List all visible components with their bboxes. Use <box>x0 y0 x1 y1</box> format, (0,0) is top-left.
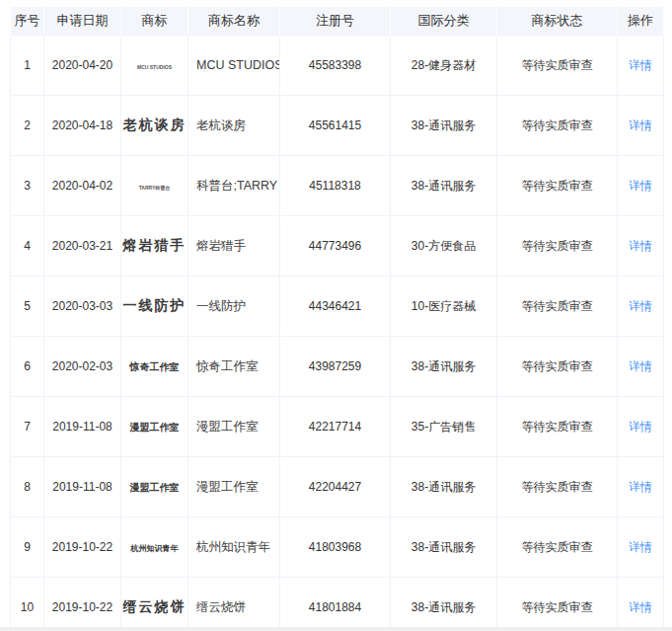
cell-date: 2020-02-03 <box>44 337 121 397</box>
cell-action: 详情 <box>618 337 664 397</box>
trademark-image-text: 漫盟工作室 <box>130 421 180 434</box>
cell-serial: 8 <box>11 457 44 517</box>
cell-class: 38-通讯服务 <box>391 578 497 631</box>
cell-action: 详情 <box>618 517 664 578</box>
table-row: 7 2019-11-08 漫盟工作室 漫盟工作室 42217714 35-广告销… <box>11 397 664 457</box>
detail-link[interactable]: 详情 <box>629 239 652 253</box>
cell-date: 2019-10-22 <box>44 578 121 631</box>
trademark-image-text: 一线防护 <box>123 297 187 315</box>
detail-link[interactable]: 详情 <box>629 299 652 313</box>
cell-date: 2020-03-03 <box>44 276 121 337</box>
cell-action: 详情 <box>618 397 664 457</box>
cell-date: 2020-04-02 <box>44 156 121 216</box>
detail-link[interactable]: 详情 <box>629 480 652 494</box>
cell-mark: MCU STUDIOS <box>121 36 188 96</box>
table-row: 3 2020-04-02 TARRY科普台 科普台;TARRY 45118318… <box>11 156 664 216</box>
cell-mark: 老杭谈房 <box>121 96 188 156</box>
detail-link[interactable]: 详情 <box>629 118 652 132</box>
cell-name: 杭州知识青年 <box>188 517 280 578</box>
cell-date: 2020-04-20 <box>44 36 121 96</box>
cell-date: 2020-04-18 <box>44 96 121 156</box>
cell-name: MCU STUDIOS <box>188 36 280 96</box>
trademark-image-text: 老杭谈房 <box>123 117 187 134</box>
cell-serial: 4 <box>11 216 44 276</box>
cell-action: 详情 <box>618 578 664 631</box>
cell-mark: 缙云烧饼 <box>121 578 188 631</box>
cell-status: 等待实质审查 <box>497 397 618 457</box>
cell-class: 28-健身器材 <box>391 36 497 96</box>
detail-link[interactable]: 详情 <box>629 58 652 72</box>
cell-regno: 41803968 <box>280 517 391 578</box>
table-row: 9 2019-10-22 杭州知识青年 杭州知识青年 41803968 38-通… <box>11 517 664 578</box>
col-header-status: 商标状态 <box>497 7 618 36</box>
cell-date: 2019-11-08 <box>44 457 121 517</box>
trademark-image-text: 漫盟工作室 <box>130 481 180 495</box>
col-header-class: 国际分类 <box>391 7 497 36</box>
cell-action: 详情 <box>618 36 664 96</box>
cell-serial: 7 <box>11 397 44 457</box>
cell-status: 等待实质审查 <box>497 517 618 578</box>
cell-regno: 42204427 <box>280 457 391 517</box>
cell-status: 等待实质审查 <box>497 457 618 517</box>
cell-name: 一线防护 <box>188 276 280 337</box>
col-header-action: 操作 <box>618 7 664 36</box>
detail-link[interactable]: 详情 <box>629 179 652 193</box>
page-bottom-strip <box>0 627 672 631</box>
detail-link[interactable]: 详情 <box>629 600 652 614</box>
cell-serial: 1 <box>11 36 44 96</box>
cell-date: 2019-11-08 <box>44 397 121 457</box>
cell-regno: 45118318 <box>280 156 391 216</box>
cell-mark: 漫盟工作室 <box>121 457 188 517</box>
header-row: 序号 申请日期 商标 商标名称 注册号 国际分类 商标状态 操作 <box>11 7 664 36</box>
col-header-date: 申请日期 <box>44 7 121 36</box>
cell-regno: 44346421 <box>280 276 391 337</box>
cell-status: 等待实质审查 <box>497 36 618 96</box>
cell-class: 38-通讯服务 <box>391 156 497 216</box>
cell-name: 缙云烧饼 <box>188 578 280 631</box>
detail-link[interactable]: 详情 <box>629 420 652 434</box>
table-row: 10 2019-10-22 缙云烧饼 缙云烧饼 41801884 38-通讯服务… <box>11 578 664 631</box>
cell-name: 惊奇工作室 <box>188 337 280 397</box>
cell-status: 等待实质审查 <box>497 578 618 631</box>
table-row: 5 2020-03-03 一线防护 一线防护 44346421 10-医疗器械 … <box>11 276 664 337</box>
table-body: 1 2020-04-20 MCU STUDIOS MCU STUDIOS 455… <box>11 36 664 631</box>
cell-action: 详情 <box>618 216 664 276</box>
col-header-name: 商标名称 <box>188 7 280 36</box>
trademark-image-text: 惊奇工作室 <box>130 360 180 374</box>
cell-class: 38-通讯服务 <box>391 517 497 578</box>
cell-action: 详情 <box>618 156 664 216</box>
cell-name: 老杭谈房 <box>188 96 280 156</box>
col-header-mark: 商标 <box>121 7 188 36</box>
table-row: 1 2020-04-20 MCU STUDIOS MCU STUDIOS 455… <box>11 36 664 96</box>
detail-link[interactable]: 详情 <box>629 359 652 373</box>
cell-status: 等待实质审查 <box>497 156 618 216</box>
cell-serial: 6 <box>11 337 44 397</box>
trademark-table: 序号 申请日期 商标 商标名称 注册号 国际分类 商标状态 操作 1 2020-… <box>10 7 664 631</box>
cell-mark: 熔岩猎手 <box>121 216 188 276</box>
cell-mark: 一线防护 <box>121 276 188 337</box>
cell-status: 等待实质审查 <box>497 216 618 276</box>
cell-class: 35-广告销售 <box>391 397 497 457</box>
cell-name: 漫盟工作室 <box>188 457 280 517</box>
cell-class: 30-方便食品 <box>391 216 497 276</box>
cell-mark: 惊奇工作室 <box>121 337 188 397</box>
cell-name: 科普台;TARRY <box>188 156 280 216</box>
cell-regno: 45583398 <box>280 36 391 96</box>
cell-regno: 42217714 <box>280 397 391 457</box>
cell-regno: 44773496 <box>280 216 391 276</box>
cell-mark: 漫盟工作室 <box>121 397 188 457</box>
cell-name: 熔岩猎手 <box>188 216 280 276</box>
cell-class: 38-通讯服务 <box>391 96 497 156</box>
cell-regno: 41801884 <box>280 578 391 631</box>
cell-action: 详情 <box>618 96 664 156</box>
trademark-image-text: 缙云烧饼 <box>123 598 187 616</box>
trademark-image-text: MCU STUDIOS <box>137 64 172 70</box>
detail-link[interactable]: 详情 <box>629 540 652 554</box>
table-row: 6 2020-02-03 惊奇工作室 惊奇工作室 43987259 38-通讯服… <box>11 337 664 397</box>
cell-action: 详情 <box>618 276 664 337</box>
table-header: 序号 申请日期 商标 商标名称 注册号 国际分类 商标状态 操作 <box>11 7 664 36</box>
cell-class: 38-通讯服务 <box>391 337 497 397</box>
trademark-image-text: TARRY科普台 <box>139 185 171 191</box>
cell-mark: TARRY科普台 <box>121 156 188 216</box>
cell-serial: 9 <box>11 517 44 578</box>
